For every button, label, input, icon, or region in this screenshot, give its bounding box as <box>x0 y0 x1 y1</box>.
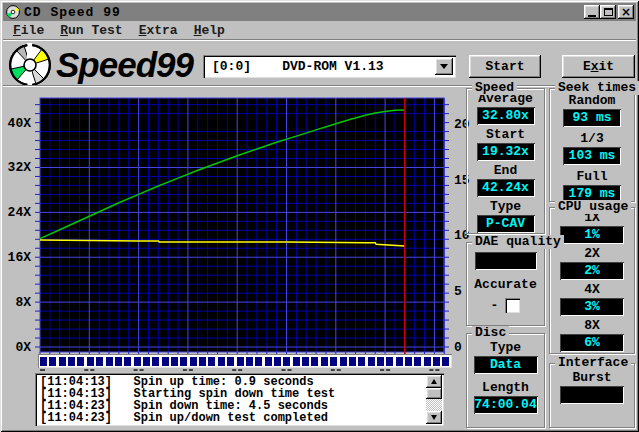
panel-speed: Speed Average32.80xStart19.32xEnd42.24xT… <box>466 88 545 234</box>
menu-separator <box>3 39 636 41</box>
minimize-button[interactable] <box>584 5 600 19</box>
x-axis-tick-mark <box>40 369 45 371</box>
accurate-label: Accurate <box>474 278 536 291</box>
chevron-down-icon <box>440 64 448 69</box>
close-icon: × <box>621 7 631 17</box>
x-axis-tick-mark <box>337 369 341 371</box>
progress-block <box>106 357 113 366</box>
scroll-down-button[interactable] <box>426 411 442 424</box>
log-scrollbar <box>426 375 442 424</box>
progress-block <box>255 357 262 366</box>
progress-block <box>246 357 253 366</box>
speed-start-value: 19.32x <box>477 143 535 161</box>
progress-block <box>49 357 56 366</box>
progress-block <box>180 357 187 366</box>
progress-block <box>442 357 449 366</box>
progress-block <box>405 357 412 366</box>
menu-item-extra[interactable]: Extra <box>131 22 186 39</box>
x-axis-tick-mark <box>331 369 335 371</box>
interface-burst-label: Burst <box>572 371 611 384</box>
progress-block <box>190 357 197 366</box>
progress-block <box>87 357 94 366</box>
panel-seek-times: Seek times Random93 ms1/3103 msFull179 m… <box>549 88 635 202</box>
progress-block <box>77 357 84 366</box>
x-axis-tick-mark <box>140 369 144 371</box>
x-axis-tick-mark <box>238 369 242 371</box>
accurate-checkbox[interactable] <box>505 298 520 313</box>
progress-block <box>218 357 225 366</box>
y-axis-left-label: 16X <box>8 250 32 265</box>
y-axis-right-label: 0 <box>454 340 462 355</box>
progress-block <box>358 357 365 366</box>
menu-item-file[interactable]: File <box>5 22 52 39</box>
app-logo: Speed99 <box>6 43 193 87</box>
seek-1-3-label: 1/3 <box>580 132 603 145</box>
x-axis-tick-mark <box>429 369 433 371</box>
progress-block <box>302 357 309 366</box>
close-button[interactable]: × <box>618 5 634 19</box>
progress-block <box>330 357 337 366</box>
progress-block <box>237 357 244 366</box>
y-axis-right-label: 5 <box>454 284 462 299</box>
progress-block <box>152 357 159 366</box>
app-cd-icon <box>6 5 20 19</box>
arrow-up-icon <box>431 379 437 384</box>
x-axis-tick-mark <box>380 369 384 371</box>
x-axis-tick-mark <box>183 369 187 371</box>
drive-selector[interactable]: [0:0] DVD-ROM V1.13 <box>203 55 456 78</box>
log-listbox[interactable]: [11:04:13] Spin up time: 0.9 seconds[11:… <box>35 373 444 426</box>
cd-logo-icon <box>6 43 54 87</box>
accurate-dash: - <box>491 298 499 313</box>
menu-item-run-test[interactable]: Run Test <box>52 22 130 39</box>
menubar: FileRun TestExtraHelp <box>3 22 636 39</box>
x-axis-tick-mark <box>84 369 88 371</box>
y-axis-left-label: 40X <box>8 116 32 131</box>
progress-block <box>143 357 150 366</box>
speed-end-value: 42.24x <box>477 179 535 197</box>
log-lines: [11:04:13] Spin up time: 0.9 seconds[11:… <box>35 373 426 426</box>
progress-block <box>368 357 375 366</box>
panel-interface-title: Interface <box>555 356 631 370</box>
scrollbar-track[interactable] <box>426 399 442 411</box>
menu-item-help[interactable]: Help <box>186 22 233 39</box>
speed-type-label: Type <box>490 200 521 213</box>
panel-dae-quality-title: DAE quality <box>472 235 564 249</box>
progress-block <box>311 357 318 366</box>
progress-block <box>433 357 440 366</box>
progress-block <box>424 357 431 366</box>
scrollbar-thumb[interactable] <box>426 388 442 399</box>
cpu-4x-label: 4X <box>584 283 600 296</box>
panel-disc-title: Disc <box>472 326 509 340</box>
progress-block <box>321 357 328 366</box>
drive-dropdown-button[interactable] <box>435 58 453 75</box>
cpu-2x-value: 2% <box>560 262 624 280</box>
minimize-icon <box>588 15 596 17</box>
seek-full-label: Full <box>576 170 607 183</box>
seek-1-3-value: 103 ms <box>563 147 621 165</box>
start-button[interactable]: Start <box>469 55 541 78</box>
progress-block <box>40 357 47 366</box>
progress-block <box>208 357 215 366</box>
maximize-icon <box>604 8 613 16</box>
interface-burst-value <box>560 386 624 404</box>
progress-block <box>396 357 403 366</box>
progress-block <box>59 357 66 366</box>
progress-block <box>293 357 300 366</box>
maximize-button[interactable] <box>600 5 616 19</box>
scroll-up-button[interactable] <box>426 375 442 388</box>
panel-interface: Interface Burst <box>549 363 635 428</box>
progress-block <box>96 357 103 366</box>
cpu-8x-label: 8X <box>584 319 600 332</box>
panel-disc: Disc TypeDataLength74:00.04 <box>466 333 545 428</box>
exit-button[interactable]: Exit <box>562 55 635 78</box>
y-axis-left-label: 0X <box>15 340 31 355</box>
cpu-4x-value: 3% <box>560 298 624 316</box>
titlebar: CD Speed 99 <box>3 3 636 21</box>
progress-block <box>283 357 290 366</box>
progress-block <box>171 357 178 366</box>
speed-average-value: 32.80x <box>477 107 535 125</box>
progress-block <box>124 357 131 366</box>
panel-seek-times-title: Seek times <box>555 81 639 95</box>
progress-block <box>199 357 206 366</box>
x-axis-tick-mark <box>134 369 138 371</box>
